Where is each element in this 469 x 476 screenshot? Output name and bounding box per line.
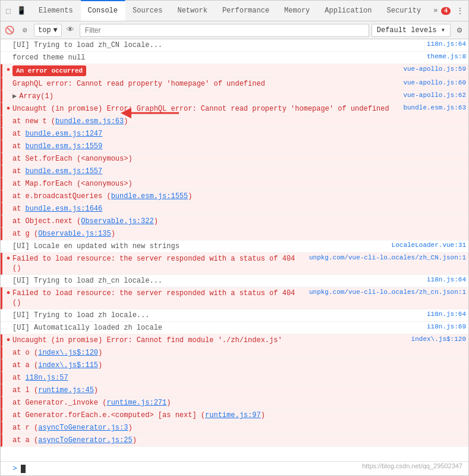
row-text: at e.broadcastQueries (bundle.esm.js:155… bbox=[12, 192, 466, 201]
eye-icon[interactable]: 👁 bbox=[64, 24, 77, 37]
stack-link[interactable]: runtime.js:271 bbox=[106, 399, 166, 407]
row-source-link[interactable]: unpkg.com/vue-cli-lo…ocales/zh_CN.json:1 bbox=[309, 254, 466, 261]
error-icon: ● bbox=[5, 66, 12, 73]
filter-input[interactable] bbox=[80, 24, 369, 37]
device-icon[interactable]: 📱 bbox=[16, 5, 27, 16]
context-selector[interactable]: top ▼ bbox=[34, 24, 62, 37]
stack-link[interactable]: bundle.esm.js:1247 bbox=[26, 130, 103, 138]
stack-link[interactable]: runtime.js:97 bbox=[205, 411, 261, 419]
stack-link[interactable]: asyncToGenerator.js:25 bbox=[38, 436, 132, 444]
tab-sources[interactable]: Sources bbox=[125, 1, 170, 21]
error-icon bbox=[5, 80, 12, 87]
stack-trace-row: at a (asyncToGenerator.js:25) bbox=[1, 434, 468, 447]
row-source-link[interactable]: i18n.js:64 bbox=[427, 311, 466, 318]
row-source-link[interactable]: index\.js$:120 bbox=[411, 336, 466, 343]
tab-security[interactable]: Security bbox=[380, 1, 429, 21]
row-text: at a (index\.js$:115) bbox=[12, 361, 466, 370]
console-cursor[interactable] bbox=[21, 465, 26, 473]
stack-link[interactable]: bundle.esm.js:1557 bbox=[26, 167, 103, 176]
console-row: GraphQL error: Cannot read property 'hom… bbox=[1, 78, 468, 90]
console-row-error: ● Failed to load resource: the server re… bbox=[1, 287, 468, 309]
row-source-link[interactable]: vue-apollo.js:62 bbox=[403, 92, 466, 99]
console-row-uncaught2: ● Uncaught (in promise) Error: Cannot fi… bbox=[1, 334, 468, 347]
row-text: at g (Observable.js:135) bbox=[12, 229, 466, 239]
row-text: [UI] Trying to load zh locale... bbox=[12, 311, 422, 320]
stack-link[interactable]: i18n.js:57 bbox=[26, 374, 68, 382]
error-icon: ● bbox=[5, 336, 12, 343]
more-tabs-button[interactable]: » bbox=[430, 1, 441, 21]
expand-triangle[interactable]: ▶ bbox=[12, 92, 17, 101]
console-row: [UI] Trying to load zh_cn locale... i18n… bbox=[1, 275, 468, 287]
tab-memory[interactable]: Memory bbox=[277, 1, 317, 21]
stack-trace-row: at Generator.forEach.e.<computed> [as ne… bbox=[1, 409, 468, 422]
row-text: at new t (bundle.esm.js:63) bbox=[12, 117, 466, 126]
row-text: Failed to load resource: the server resp… bbox=[12, 254, 304, 273]
tab-bar-icons: ⬚ 📱 bbox=[3, 5, 27, 16]
stack-link[interactable]: bundle.esm.js:1555 bbox=[111, 192, 188, 201]
error-icon: ● bbox=[5, 289, 12, 296]
stack-trace-row: at Map.forEach (<anonymous>) bbox=[1, 178, 468, 190]
stack-link[interactable]: runtime.js:45 bbox=[38, 386, 94, 394]
row-text: at o (index\.js$:120) bbox=[12, 348, 466, 358]
row-text: at Generator._invoke (runtime.js:271) bbox=[12, 398, 466, 408]
row-text: at bundle.esm.js:1559 bbox=[12, 142, 466, 151]
devtools-panel: ⬚ 📱 Elements Console Sources Network Per… bbox=[0, 0, 469, 476]
row-source-link[interactable]: i18n.js:64 bbox=[427, 276, 466, 283]
settings-icon[interactable]: ⚙ bbox=[453, 24, 466, 37]
stack-trace-row: at Object.next (Observable.js:322) bbox=[1, 215, 468, 228]
row-source-link[interactable]: LocaleLoader.vue:31 bbox=[392, 242, 466, 249]
stack-link[interactable]: Observable.js:135 bbox=[38, 230, 111, 238]
tab-performance[interactable]: Performance bbox=[215, 1, 277, 21]
row-source-link[interactable]: i18n.js:64 bbox=[427, 40, 466, 48]
row-text: at r (asyncToGenerator.js:3) bbox=[12, 423, 466, 433]
row-text: at bundle.esm.js:1247 bbox=[12, 129, 466, 139]
row-text: at l (runtime.js:45) bbox=[12, 386, 466, 395]
tab-elements[interactable]: Elements bbox=[32, 1, 81, 21]
stack-trace-row: at o (index\.js$:120) bbox=[1, 347, 468, 359]
row-text: at Generator.forEach.e.<computed> [as ne… bbox=[12, 411, 466, 420]
stack-link[interactable]: asyncToGenerator.js:3 bbox=[38, 424, 128, 432]
console-row: [UI] Trying to load zh_CN locale... i18n… bbox=[1, 39, 468, 52]
row-text: [UI] Trying to load zh_cn locale... bbox=[12, 276, 422, 286]
row-text: Uncaught (in promise) Error: Cannot find… bbox=[12, 336, 407, 345]
row-text: at Map.forEach (<anonymous>) bbox=[12, 179, 466, 189]
clear-console-icon[interactable]: 🚫 bbox=[3, 24, 16, 37]
stack-link[interactable]: index\.js$:120 bbox=[38, 349, 98, 357]
row-text: Failed to load resource: the server resp… bbox=[12, 289, 304, 308]
tab-bar-right: 4 ⋮ ✕ bbox=[441, 4, 469, 18]
row-text: ▶Array(1) bbox=[12, 92, 398, 101]
tab-console[interactable]: Console bbox=[81, 0, 125, 21]
tab-bar: ⬚ 📱 Elements Console Sources Network Per… bbox=[1, 1, 468, 21]
console-row-error: ● Failed to load resource: the server re… bbox=[1, 253, 468, 275]
stack-link[interactable]: bundle.esm.js:63 bbox=[55, 117, 124, 126]
console-row: forced theme null theme.js:8 bbox=[1, 52, 468, 64]
stack-trace-row: at bundle.esm.js:1646 bbox=[1, 203, 468, 215]
stack-link[interactable]: Observable.js:322 bbox=[81, 217, 153, 226]
row-text: [UI] Automatically loaded zh locale bbox=[12, 323, 422, 333]
stack-trace-row: at new t (bundle.esm.js:63) bbox=[1, 115, 468, 128]
tab-network[interactable]: Network bbox=[170, 1, 215, 21]
inspect-icon[interactable]: ⬚ bbox=[3, 5, 14, 16]
row-text: [UI] Locale en updated with new strings bbox=[12, 242, 387, 251]
stack-link[interactable]: index\.js$:115 bbox=[38, 361, 98, 369]
row-source-link[interactable]: i18n.js:69 bbox=[427, 323, 466, 330]
more-options-icon[interactable]: ⋮ bbox=[453, 4, 467, 18]
row-text: forced theme null bbox=[12, 53, 422, 62]
console-input-row: > bbox=[1, 461, 468, 475]
stack-link[interactable]: bundle.esm.js:1559 bbox=[26, 142, 103, 151]
row-source-link[interactable]: vue-apollo.js:59 bbox=[403, 65, 466, 73]
row-source-link[interactable]: vue-apollo.js:60 bbox=[403, 79, 466, 86]
error-icon: ● bbox=[5, 255, 12, 262]
console-row: [UI] Locale en updated with new strings … bbox=[1, 240, 468, 253]
row-source-link[interactable]: unpkg.com/vue-cli-lo…ocales/zh_cn.json:1 bbox=[309, 289, 466, 296]
row-source-link[interactable]: theme.js:8 bbox=[427, 53, 466, 60]
preserve-log-icon[interactable]: ⊘ bbox=[18, 24, 32, 37]
stack-trace-row: at e.broadcastQueries (bundle.esm.js:155… bbox=[1, 190, 468, 203]
log-levels-selector[interactable]: Default levels ▾ bbox=[372, 24, 451, 37]
console-row: [UI] Automatically loaded zh locale i18n… bbox=[1, 322, 468, 334]
tab-application[interactable]: Application bbox=[317, 1, 379, 21]
stack-trace-row: at r (asyncToGenerator.js:3) bbox=[1, 422, 468, 434]
stack-link[interactable]: bundle.esm.js:1646 bbox=[26, 205, 103, 213]
console-toolbar: 🚫 ⊘ top ▼ 👁 Default levels ▾ ⚙ bbox=[1, 21, 468, 39]
row-source-link[interactable]: bundle.esm.js:63 bbox=[403, 104, 466, 111]
